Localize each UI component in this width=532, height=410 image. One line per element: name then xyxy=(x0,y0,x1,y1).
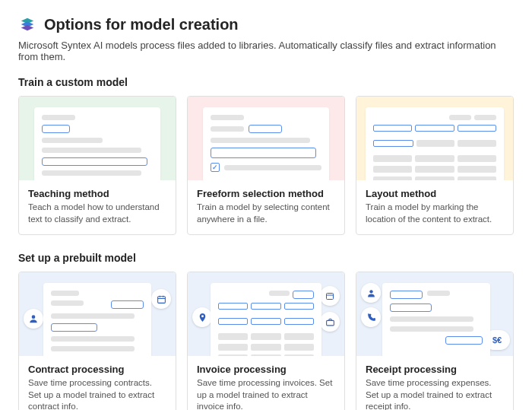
card-title: Teaching method xyxy=(28,188,166,199)
card-freeform-selection[interactable]: ✓ Freeform selection method Train a mode… xyxy=(187,96,345,235)
card-art: ✓ xyxy=(188,97,344,180)
card-art xyxy=(356,97,513,180)
card-desc: Save time processing contracts. Set up a… xyxy=(28,377,166,410)
svg-point-0 xyxy=(32,315,36,319)
syntex-icon xyxy=(18,15,36,33)
calendar-icon xyxy=(320,286,340,306)
svg-rect-7 xyxy=(326,320,334,326)
svg-point-8 xyxy=(369,290,372,293)
section-title-prebuilt: Set up a prebuilt model xyxy=(18,252,514,264)
custom-model-cards: Teaching method Teach a model how to und… xyxy=(18,96,514,235)
briefcase-icon xyxy=(320,312,340,332)
card-title: Freeform selection method xyxy=(197,188,335,199)
card-contract-processing[interactable]: Contract processing Save time processing… xyxy=(18,272,176,410)
svg-rect-1 xyxy=(157,296,165,303)
card-receipt-processing[interactable]: $€ Receipt processing Save time processi… xyxy=(356,272,514,410)
card-layout-method[interactable]: Layout method Train a model by marking t… xyxy=(356,96,514,235)
card-invoice-processing[interactable]: Invoice processing Save time processing … xyxy=(187,272,345,410)
card-title: Receipt processing xyxy=(366,364,504,375)
card-art: $€ xyxy=(356,272,513,356)
page-subtitle: Microsoft Syntex AI models process files… xyxy=(18,40,514,62)
card-teaching-method[interactable]: Teaching method Teach a model how to und… xyxy=(18,96,176,235)
card-desc: Save time processing invoices. Set up a … xyxy=(197,377,335,410)
card-desc: Teach a model how to understand text to … xyxy=(28,202,166,225)
card-art xyxy=(19,272,176,356)
svg-rect-5 xyxy=(327,294,334,300)
page-header: Options for model creation xyxy=(18,15,514,33)
card-art xyxy=(188,272,344,356)
person-icon xyxy=(24,309,43,329)
card-title: Invoice processing xyxy=(197,364,335,375)
card-title: Layout method xyxy=(366,188,504,199)
card-desc: Train a model by selecting content anywh… xyxy=(197,202,335,225)
card-title: Contract processing xyxy=(28,364,166,375)
person-icon xyxy=(361,283,381,303)
page-title: Options for model creation xyxy=(44,16,239,33)
card-art xyxy=(19,97,176,180)
location-icon xyxy=(192,307,212,327)
card-desc: Save time processing expenses. Set up a … xyxy=(366,377,504,410)
prebuilt-model-cards: Contract processing Save time processing… xyxy=(18,272,514,410)
section-title-custom: Train a custom model xyxy=(18,76,514,88)
phone-icon xyxy=(361,307,381,327)
card-desc: Train a model by marking the location of… xyxy=(366,202,504,225)
calendar-icon xyxy=(151,289,171,309)
